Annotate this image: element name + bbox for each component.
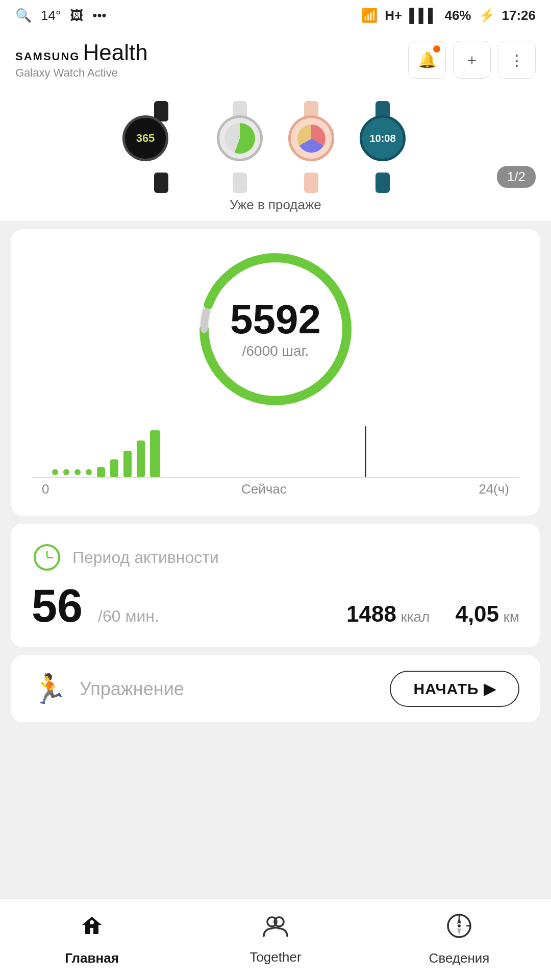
- activity-minutes-goal: /60 мин.: [98, 607, 159, 626]
- exercise-left: 🏃 Упражнение: [32, 672, 184, 706]
- steps-card[interactable]: 5592 /6000 шаг. 0: [11, 229, 540, 516]
- exercise-card[interactable]: 🏃 Упражнение НАЧАТЬ ▶: [11, 655, 540, 722]
- km-value: 4,05: [455, 601, 499, 626]
- current-time-marker: [365, 426, 366, 477]
- activity-period-title: Период активности: [72, 548, 219, 567]
- steps-ring: 5592 /6000 шаг.: [32, 248, 519, 411]
- logo-subtitle: Galaxy Watch Active: [15, 66, 148, 80]
- steps-goal: /6000 шаг.: [230, 343, 321, 359]
- activity-minutes-value: 56: [32, 583, 83, 629]
- chart-timeline: 0 Сейчас 24(ч): [32, 478, 519, 497]
- steps-value: 5592: [230, 299, 321, 340]
- status-left: 🔍 14° 🖼 •••: [15, 8, 107, 23]
- notification-button[interactable]: 🔔: [408, 41, 446, 79]
- banner-counter: 1/2: [497, 166, 536, 188]
- kcal-value: 1488: [346, 601, 396, 626]
- running-icon: 🏃: [32, 672, 67, 706]
- status-temp: 14°: [41, 8, 61, 23]
- watch-black: 365: [130, 101, 207, 193]
- clock: 17:26: [502, 8, 536, 23]
- header-actions: 🔔 ＋ ⋮: [408, 41, 536, 79]
- watch-teal: 10:08: [344, 101, 421, 193]
- activity-period-card[interactable]: Период активности 56 /60 мин. 1488 ккал …: [11, 524, 540, 647]
- steps-count-center: 5592 /6000 шаг.: [230, 299, 321, 359]
- chart-dot-2: [63, 469, 69, 475]
- nav-label-home: Главная: [65, 950, 119, 966]
- nav-label-info: Сведения: [429, 950, 490, 966]
- exercise-title: Упражнение: [80, 678, 184, 700]
- chart-bar-2: [110, 459, 118, 477]
- chart-dot-1: [52, 469, 58, 475]
- banner-subtitle: Уже в продаже: [0, 193, 551, 221]
- svg-point-7: [458, 924, 461, 927]
- network-bars: ▌▌▌: [409, 8, 437, 23]
- nav-item-info[interactable]: Сведения: [367, 913, 551, 966]
- km-stat: 4,05 км: [455, 601, 519, 627]
- search-icon: 🔍: [15, 8, 32, 23]
- status-bar: 🔍 14° 🖼 ••• 📶 H+ ▌▌▌ 46% ⚡ 17:26: [0, 0, 551, 31]
- chart-start-label: 0: [42, 481, 49, 497]
- activity-extra-stats: 1488 ккал 4,05 км: [346, 601, 519, 627]
- nav-label-together: Together: [249, 949, 301, 965]
- start-exercise-button[interactable]: НАЧАТЬ ▶: [390, 671, 519, 707]
- chart-dot-3: [74, 469, 81, 475]
- activity-header: Период активности: [32, 542, 519, 573]
- status-right: 📶 H+ ▌▌▌ 46% ⚡ 17:26: [361, 8, 536, 23]
- samsung-wordmark: SAMSUNG: [15, 50, 80, 63]
- bell-icon: 🔔: [418, 51, 437, 69]
- svg-marker-9: [457, 928, 461, 935]
- banner-watches-image: 365 10:08 1/2: [0, 91, 551, 193]
- chart-current-label: Сейчас: [241, 481, 287, 497]
- charging-icon: ⚡: [479, 8, 495, 23]
- chart-end-label: 24(ч): [479, 481, 509, 497]
- kcal-unit: ккал: [400, 609, 430, 625]
- more-button[interactable]: ⋮: [498, 41, 536, 79]
- km-unit: км: [504, 609, 520, 625]
- steps-progress-ring: 5592 /6000 шаг.: [194, 248, 357, 411]
- chart-bar-4: [137, 440, 145, 477]
- kcal-stat: 1488 ккал: [346, 601, 430, 627]
- add-icon: ＋: [464, 50, 480, 70]
- chart-bar-3: [123, 451, 132, 477]
- chart-bar-1: [97, 467, 105, 477]
- health-wordmark: Health: [83, 40, 147, 65]
- kebab-icon: ⋮: [509, 51, 524, 69]
- add-button[interactable]: ＋: [453, 41, 491, 79]
- chart-dot-4: [86, 469, 92, 475]
- battery-pct: 46%: [444, 8, 471, 23]
- watch-silver: [202, 101, 278, 193]
- home-icon: [79, 913, 105, 945]
- nav-item-home[interactable]: Главная: [0, 913, 184, 966]
- image-icon: 🖼: [70, 8, 83, 23]
- compass-icon: [446, 913, 472, 945]
- sim-icon: 📶: [361, 8, 378, 23]
- status-dots: •••: [92, 8, 106, 23]
- activity-clock-icon: [32, 542, 62, 573]
- chart-bar-5: [150, 430, 160, 477]
- notification-dot: [433, 45, 440, 53]
- signal-icon: H+: [385, 8, 402, 23]
- svg-point-3: [89, 920, 94, 925]
- app-header: SAMSUNG Health Galaxy Watch Active 🔔 ＋ ⋮: [0, 31, 551, 86]
- watch-rose: [273, 101, 349, 193]
- chart-bars-container: [32, 426, 519, 477]
- promo-banner[interactable]: 365 10:08 1/2 Уже: [0, 86, 551, 221]
- nav-item-together[interactable]: Together: [184, 914, 367, 965]
- together-icon: [262, 914, 289, 944]
- app-logo: SAMSUNG Health Galaxy Watch Active: [15, 40, 148, 80]
- activity-stats: 56 /60 мин. 1488 ккал 4,05 км: [32, 583, 519, 629]
- clock-icon: [34, 544, 60, 571]
- bottom-navigation: Главная Together Сведения: [0, 898, 551, 980]
- activity-chart: 0 Сейчас 24(ч): [32, 426, 519, 497]
